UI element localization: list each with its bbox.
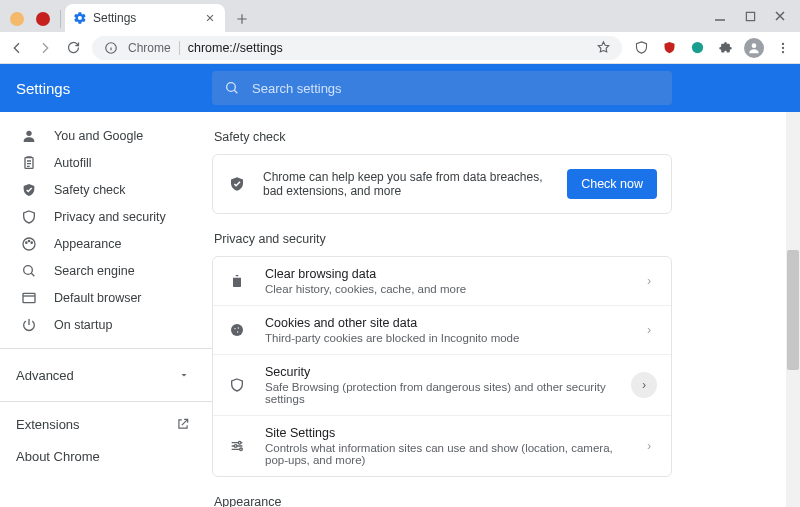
row-subtitle: Safe Browsing (protection from dangerous… bbox=[265, 381, 613, 405]
pinned-tab-2[interactable] bbox=[30, 6, 56, 32]
section-title-appearance: Appearance bbox=[214, 495, 672, 507]
chevron-right-icon: › bbox=[641, 323, 657, 337]
omnibox-origin: Chrome bbox=[128, 41, 171, 55]
sidebar-item-appearance[interactable]: Appearance bbox=[0, 230, 212, 257]
settings-header: Settings bbox=[0, 64, 800, 112]
tabstrip: Settings bbox=[0, 0, 255, 32]
cookie-icon bbox=[227, 320, 247, 340]
svg-point-13 bbox=[31, 242, 32, 243]
security-icon bbox=[227, 375, 247, 395]
puzzle-icon[interactable] bbox=[716, 39, 734, 57]
sidebar-item-safety-check[interactable]: Safety check bbox=[0, 176, 212, 203]
svg-point-3 bbox=[752, 43, 757, 48]
kebab-menu-icon[interactable] bbox=[774, 39, 792, 57]
svg-point-18 bbox=[238, 327, 239, 328]
new-tab-button[interactable] bbox=[229, 6, 255, 32]
sidebar-item-you-google[interactable]: You and Google bbox=[0, 122, 212, 149]
sidebar-item-autofill[interactable]: Autofill bbox=[0, 149, 212, 176]
sidebar-advanced[interactable]: Advanced bbox=[0, 359, 212, 391]
minimize-icon[interactable] bbox=[712, 8, 728, 24]
tab-title: Settings bbox=[93, 11, 197, 25]
window-close-icon[interactable] bbox=[772, 8, 788, 24]
about-label: About Chrome bbox=[16, 449, 100, 464]
sidebar-item-label: On startup bbox=[54, 318, 112, 332]
svg-point-5 bbox=[782, 46, 784, 48]
svg-rect-15 bbox=[23, 293, 35, 302]
sidebar: You and Google Autofill Safety check Pri… bbox=[0, 112, 212, 507]
window-controls bbox=[712, 0, 796, 32]
extensions-label: Extensions bbox=[16, 417, 80, 432]
star-icon[interactable] bbox=[594, 39, 612, 57]
gear-icon bbox=[73, 11, 87, 25]
globe-check-icon[interactable] bbox=[688, 39, 706, 57]
pinned-tab-1[interactable] bbox=[4, 6, 30, 32]
shield-outline-icon[interactable] bbox=[632, 39, 650, 57]
row-title: Site Settings bbox=[265, 426, 623, 440]
safety-check-card: Chrome can help keep you safe from data … bbox=[212, 154, 672, 214]
shield-check-icon bbox=[227, 174, 247, 194]
row-security[interactable]: Security Safe Browsing (protection from … bbox=[213, 354, 671, 415]
svg-rect-0 bbox=[746, 12, 754, 20]
chevron-right-icon: › bbox=[641, 439, 657, 453]
sidebar-about-chrome[interactable]: About Chrome bbox=[0, 440, 212, 472]
svg-point-14 bbox=[24, 265, 33, 274]
open-external-icon bbox=[176, 417, 190, 431]
sidebar-item-search-engine[interactable]: Search engine bbox=[0, 257, 212, 284]
forward-icon[interactable] bbox=[36, 39, 54, 57]
sidebar-item-label: Privacy and security bbox=[54, 210, 166, 224]
svg-point-7 bbox=[227, 83, 236, 92]
shield-red-icon[interactable] bbox=[660, 39, 678, 57]
site-info-icon[interactable] bbox=[102, 39, 120, 57]
address-bar[interactable]: Chrome chrome://settings bbox=[92, 36, 622, 60]
svg-point-17 bbox=[234, 328, 235, 329]
maximize-icon[interactable] bbox=[742, 8, 758, 24]
browser-icon bbox=[20, 289, 38, 307]
sidebar-item-on-startup[interactable]: On startup bbox=[0, 311, 212, 338]
back-icon[interactable] bbox=[8, 39, 26, 57]
sidebar-divider bbox=[0, 401, 212, 402]
omnibox-url: chrome://settings bbox=[188, 41, 586, 55]
safety-message: Chrome can help keep you safe from data … bbox=[263, 170, 551, 198]
row-clear-browsing-data[interactable]: Clear browsing data Clear history, cooki… bbox=[213, 257, 671, 305]
check-now-button[interactable]: Check now bbox=[567, 169, 657, 199]
sidebar-extensions[interactable]: Extensions bbox=[0, 408, 212, 440]
row-title: Cookies and other site data bbox=[265, 316, 623, 330]
chevron-right-icon: › bbox=[641, 274, 657, 288]
tune-icon bbox=[227, 436, 247, 456]
reload-icon[interactable] bbox=[64, 39, 82, 57]
sidebar-item-label: Appearance bbox=[54, 237, 121, 251]
svg-point-16 bbox=[231, 324, 243, 336]
sidebar-divider bbox=[0, 348, 212, 349]
row-cookies[interactable]: Cookies and other site data Third-party … bbox=[213, 305, 671, 354]
svg-point-6 bbox=[782, 50, 784, 52]
profile-avatar[interactable] bbox=[744, 38, 764, 58]
row-subtitle: Third-party cookies are blocked in Incog… bbox=[265, 332, 623, 344]
svg-point-12 bbox=[28, 240, 29, 241]
browser-toolbar: Chrome chrome://settings bbox=[0, 32, 800, 64]
row-site-settings[interactable]: Site Settings Controls what information … bbox=[213, 415, 671, 476]
advanced-label: Advanced bbox=[16, 368, 74, 383]
extension-icons bbox=[632, 38, 792, 58]
row-subtitle: Clear history, cookies, cache, and more bbox=[265, 283, 623, 295]
search-icon bbox=[20, 262, 38, 280]
person-icon bbox=[20, 127, 38, 145]
row-subtitle: Controls what information sites can use … bbox=[265, 442, 623, 466]
browser-tab-settings[interactable]: Settings bbox=[65, 4, 225, 32]
sidebar-item-default-browser[interactable]: Default browser bbox=[0, 284, 212, 311]
svg-point-21 bbox=[234, 445, 237, 448]
tab-separator bbox=[60, 10, 61, 28]
sidebar-item-privacy-security[interactable]: Privacy and security bbox=[0, 203, 212, 230]
main-panel: Safety check Chrome can help keep you sa… bbox=[212, 112, 800, 507]
sidebar-item-label: Default browser bbox=[54, 291, 142, 305]
scrollbar-thumb[interactable] bbox=[787, 250, 799, 370]
content-area: You and Google Autofill Safety check Pri… bbox=[0, 112, 800, 507]
search-icon bbox=[224, 80, 240, 96]
sidebar-item-label: Safety check bbox=[54, 183, 126, 197]
svg-point-20 bbox=[238, 441, 241, 444]
settings-search[interactable] bbox=[212, 71, 672, 105]
search-input[interactable] bbox=[252, 81, 660, 96]
sidebar-item-label: Search engine bbox=[54, 264, 135, 278]
svg-point-8 bbox=[26, 130, 31, 135]
shield-check-icon bbox=[20, 181, 38, 199]
close-icon[interactable] bbox=[203, 11, 217, 25]
